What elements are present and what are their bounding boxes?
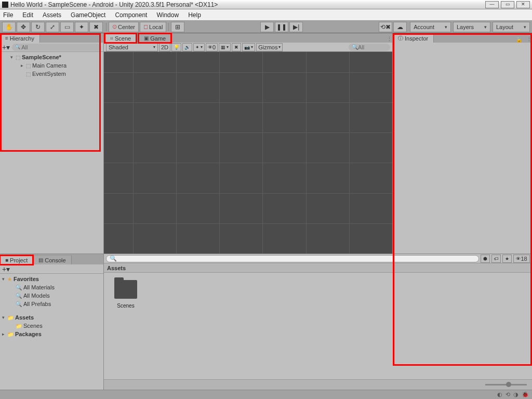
hidden-objects[interactable]: 👁0	[206, 43, 218, 51]
project-tree-panel: ■Project ▤Console +▾ ▾ ★ Favorites 🔍All …	[0, 254, 104, 390]
rotate-tool[interactable]: ↻	[31, 22, 45, 32]
gameobject-main-camera[interactable]: ▸ ⬚ Main Camera	[0, 61, 103, 70]
play-button[interactable]: ▶	[260, 22, 274, 32]
lighting-toggle[interactable]: 💡	[171, 43, 181, 51]
folder-icon: 📁	[7, 331, 14, 337]
layers-dropdown[interactable]: Layers	[453, 22, 490, 32]
debug-mode-icon[interactable]: 🐞	[522, 391, 529, 398]
tools-toggle[interactable]: ✖	[232, 43, 241, 51]
project-folder-tree: ▾ ★ Favorites 🔍All Materials 🔍All Models…	[0, 274, 103, 390]
hierarchy-tree: ▾ ⬚ SampleScene* ▸ ⬚ Main Camera ⬚ Event…	[0, 52, 103, 79]
packages-folder[interactable]: ▸ 📁 Packages	[0, 330, 103, 338]
bottom-area: ■Project ▤Console +▾ ▾ ★ Favorites 🔍All …	[0, 254, 532, 390]
menu-file[interactable]: File	[3, 11, 13, 19]
search-by-label[interactable]: 🏷	[491, 255, 501, 263]
menu-help[interactable]: Help	[188, 11, 201, 19]
scene-item[interactable]: ▾ ⬚ SampleScene*	[0, 53, 103, 61]
hidden-packages-toggle[interactable]: 👁18	[513, 255, 530, 263]
favorite-all-materials[interactable]: 🔍All Materials	[0, 283, 103, 291]
cache-server-icon[interactable]: ⟲	[506, 391, 510, 398]
scene-menu[interactable]	[96, 54, 103, 61]
arrow-down-icon: ▾	[2, 315, 7, 320]
panel-menu[interactable]	[384, 36, 392, 43]
move-tool[interactable]: ✥	[17, 22, 30, 32]
main-area: ≡Hierarchy +▾ All ▾ ⬚ SampleScene* ▸ ⬚ M…	[0, 33, 532, 254]
save-search[interactable]: ★	[502, 255, 512, 263]
cloud-button[interactable]: ☁	[393, 22, 407, 32]
toolbar: ✋ ✥ ↻ ⤢ ▭ ✦ ✖ ⊙Center ◻Local ⊞ ▶ ❚❚ ▶| ⟲…	[0, 21, 532, 33]
audio-toggle[interactable]: 🔊	[182, 43, 192, 51]
favorites-section[interactable]: ▾ ★ Favorites	[0, 275, 103, 283]
minimize-button[interactable]: —	[485, 1, 499, 8]
inspector-tab[interactable]: ⓘInspector	[393, 33, 434, 43]
breadcrumb[interactable]: Assets	[104, 263, 532, 273]
custom-tool[interactable]: ✖	[89, 22, 103, 32]
arrow-right-icon: ▸	[2, 331, 7, 337]
favorite-all-prefabs[interactable]: 🔍All Prefabs	[0, 300, 103, 308]
camera-dropdown[interactable]: 📷	[242, 43, 255, 51]
divider	[106, 23, 107, 31]
create-button[interactable]: +▾	[2, 265, 10, 273]
inspector-icon: ⓘ	[398, 35, 403, 42]
lock-icon[interactable]: 🔓	[516, 37, 522, 43]
scene-tab[interactable]: ⌗Scene	[105, 33, 137, 43]
menu-gameobject[interactable]: GameObject	[71, 11, 105, 19]
progress-icon[interactable]: ◑	[513, 391, 518, 398]
transform-tool[interactable]: ✦	[75, 22, 88, 32]
add-button[interactable]: +▾	[2, 43, 10, 51]
layout-dropdown[interactable]: Layout	[493, 22, 530, 32]
console-tab[interactable]: ▤Console	[33, 255, 71, 264]
scale-tool[interactable]: ⤢	[46, 22, 59, 32]
search-icon: 🔍	[16, 301, 22, 307]
snap-toggle[interactable]: ⊞	[171, 22, 184, 32]
asset-scenes-folder[interactable]: Scenes	[109, 278, 142, 374]
grid-dropdown[interactable]: ▦	[219, 43, 231, 51]
pause-button[interactable]: ❚❚	[275, 22, 288, 32]
unity-scene-icon: ⬚	[16, 55, 20, 60]
account-dropdown[interactable]: Account	[410, 22, 451, 32]
panel-menu[interactable]	[96, 36, 103, 43]
rect-tool[interactable]: ▭	[60, 22, 74, 32]
draw-mode-dropdown[interactable]: Shaded	[106, 43, 158, 51]
menu-assets[interactable]: Assets	[43, 11, 61, 19]
2d-toggle[interactable]: 2D	[159, 43, 170, 51]
close-button[interactable]: ✕	[516, 1, 530, 8]
game-tab[interactable]: ▣Game	[139, 33, 171, 43]
assets-folder[interactable]: ▾ 📁 Assets	[0, 313, 103, 322]
favorite-all-models[interactable]: 🔍All Models	[0, 291, 103, 300]
hierarchy-tab[interactable]: ≡Hierarchy	[0, 33, 40, 43]
hand-tool[interactable]: ✋	[2, 22, 16, 32]
thumbnail-size-slider[interactable]	[485, 384, 527, 385]
fx-dropdown[interactable]: ✦	[193, 43, 205, 51]
scene-tab-bar: ⌗Scene ▣Game	[104, 33, 392, 43]
scenes-folder[interactable]: 📁Scenes	[0, 322, 103, 330]
menu-edit[interactable]: Edit	[22, 11, 33, 19]
maximize-button[interactable]: ▭	[501, 1, 514, 8]
hierarchy-tab-bar: ≡Hierarchy	[0, 33, 103, 43]
project-content-panel: 🔍 ⬢ 🏷 ★ 👁18 Assets Scenes	[104, 254, 532, 390]
search-by-type[interactable]: ⬢	[481, 255, 490, 263]
hierarchy-search-input[interactable]: All	[12, 44, 101, 51]
folder-icon: 📁	[16, 323, 22, 329]
menu-window[interactable]: Window	[156, 11, 179, 19]
gizmos-dropdown[interactable]: Gizmos	[256, 43, 283, 51]
collab-button[interactable]: ⟲✖	[379, 22, 392, 32]
project-search-input[interactable]: 🔍	[106, 255, 479, 262]
pivot-local-toggle[interactable]: ◻Local	[140, 22, 166, 32]
menu-component[interactable]: Component	[115, 11, 147, 19]
scene-view[interactable]	[104, 52, 392, 254]
project-tab[interactable]: ■Project	[0, 255, 33, 264]
unity-icon	[2, 2, 8, 8]
assets-grid[interactable]: Scenes	[104, 273, 532, 379]
status-bar: ◐ ⟲ ◑ 🐞	[0, 390, 532, 399]
project-toolbar: +▾	[0, 264, 103, 274]
scene-search-input[interactable]: 🔍All	[349, 44, 390, 51]
pivot-center-toggle[interactable]: ⊙Center	[109, 22, 139, 32]
project-tab-bar: ■Project ▤Console	[0, 254, 103, 264]
cube-icon: ⬚	[26, 63, 31, 69]
panel-menu[interactable]	[524, 36, 532, 43]
title-bar: Hello World - SampleScene - Android - Un…	[0, 0, 532, 9]
auto-generate-lighting-icon[interactable]: ◐	[497, 391, 502, 398]
gameobject-event-system[interactable]: ⬚ EventSystem	[0, 70, 103, 78]
step-button[interactable]: ▶|	[289, 22, 303, 32]
